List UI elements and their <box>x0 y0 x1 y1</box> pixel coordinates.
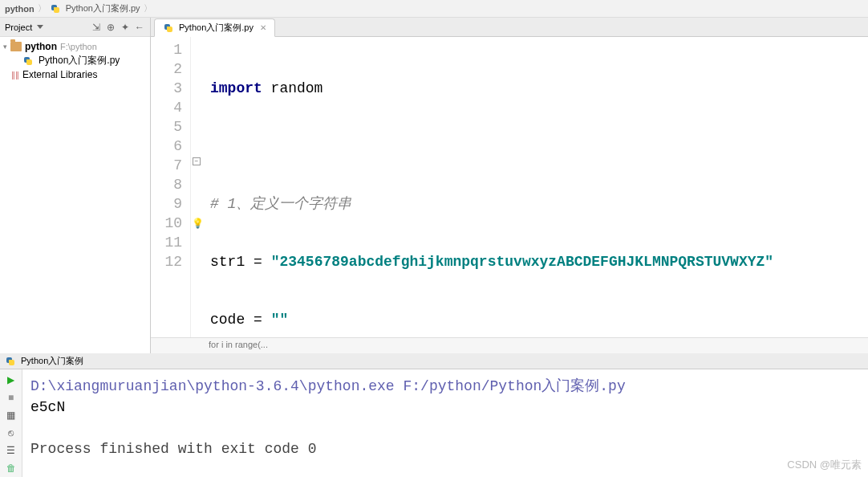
run-tab-header[interactable]: Python入门案例 <box>0 353 868 369</box>
project-sidebar: Project ⇲ ⊕ ✦ ← ▾ python F:\python Pytho… <box>0 18 151 353</box>
collapse-icon[interactable]: ⇲ <box>91 22 102 33</box>
editor-tab[interactable]: Python入门案例.py ✕ <box>154 18 275 37</box>
tree-file[interactable]: Python入门案例.py <box>0 53 150 68</box>
string-literal: "" <box>271 312 289 328</box>
breadcrumb: python 〉 Python入门案例.py 〉 <box>0 0 868 18</box>
print-icon[interactable]: ☰ <box>5 445 18 458</box>
code-content[interactable]: import random # 1、定义一个字符串 str1 = "234567… <box>204 37 868 337</box>
annotation-gutter: − 💡 <box>191 37 204 337</box>
editor: Python入门案例.py ✕ 1 2 3 4 5 6 7 8 9 10 11 … <box>151 18 868 353</box>
code-text: str1 = <box>210 254 271 270</box>
fold-icon[interactable]: − <box>193 157 201 165</box>
sidebar-header: Project ⇲ ⊕ ✦ ← <box>0 18 150 37</box>
python-icon <box>163 22 174 34</box>
project-tree: ▾ python F:\python Python入门案例.py ‖‖ Exte… <box>0 37 150 84</box>
line-number: 11 <box>151 233 182 252</box>
crumb-label: for i in range(... <box>209 340 268 349</box>
run-config-name: Python入门案例 <box>21 355 83 367</box>
locate-icon[interactable]: ⊕ <box>105 22 116 33</box>
console-exit: Process finished with exit code 0 <box>30 441 316 457</box>
tab-label: Python入门案例.py <box>179 22 254 34</box>
line-number: 1 <box>151 40 182 59</box>
breadcrumb-root[interactable]: python <box>5 4 34 14</box>
sidebar-title: Project <box>5 22 32 32</box>
stop-icon[interactable]: ■ <box>5 392 18 405</box>
layout-icon[interactable]: ▦ <box>5 410 18 422</box>
line-number: 12 <box>151 252 182 271</box>
tab-bar: Python入门案例.py ✕ <box>151 18 868 37</box>
code-area[interactable]: 1 2 3 4 5 6 7 8 9 10 11 12 − 💡 import ra… <box>151 37 868 337</box>
line-number: 5 <box>151 117 182 137</box>
line-number: 6 <box>151 137 182 156</box>
dropdown-icon[interactable] <box>37 25 43 29</box>
tree-file-label: Python入门案例.py <box>39 54 120 67</box>
keyword: import <box>210 80 262 96</box>
library-icon: ‖‖ <box>11 71 19 80</box>
project-path: F:\python <box>60 42 97 51</box>
breadcrumb-file[interactable]: Python入门案例.py <box>66 2 140 14</box>
watermark: CSDN @唯元素 <box>787 458 862 472</box>
close-icon[interactable]: ✕ <box>260 23 266 32</box>
identifier: random <box>262 80 323 96</box>
rerun-icon[interactable]: ▶ <box>5 374 18 387</box>
run-toolbar: ▶ ■ ▦ ⎋ ☰ 🗑 <box>0 355 22 477</box>
chevron-right-icon: 〉 <box>38 2 47 14</box>
line-number: 4 <box>151 98 182 117</box>
line-number: 2 <box>151 59 182 79</box>
line-number: 10 <box>151 214 182 233</box>
intention-bulb-icon[interactable]: 💡 <box>192 214 201 224</box>
console-stdout: e5cN <box>30 399 65 415</box>
python-icon <box>22 55 34 67</box>
chevron-right-icon: 〉 <box>144 2 152 14</box>
expand-icon[interactable]: ▾ <box>3 43 7 51</box>
line-number: 3 <box>151 79 182 98</box>
run-panel: ▶ ■ ▦ ⎋ ☰ 🗑 D:\xiangmuruanjian\python-3.… <box>0 353 868 477</box>
console-command: D:\xiangmuruanjian\python-3.6.4\python.e… <box>30 378 626 394</box>
tree-project-root[interactable]: ▾ python F:\python <box>0 40 150 53</box>
comment: # 1、定义一个字符串 <box>210 196 351 212</box>
line-number: 9 <box>151 194 182 214</box>
line-number: 8 <box>151 175 182 194</box>
python-icon <box>5 356 16 367</box>
trash-icon[interactable]: 🗑 <box>5 463 18 475</box>
project-name: python <box>25 41 57 52</box>
external-label: External Libraries <box>22 69 97 80</box>
python-icon <box>50 3 61 14</box>
gear-icon[interactable]: ✦ <box>120 22 131 33</box>
export-icon[interactable]: ⎋ <box>5 427 18 440</box>
code-text: code = <box>210 312 271 328</box>
string-literal: "23456789abcdefghijkmnpqrstuvwxyzABCDEFG… <box>271 254 774 270</box>
line-number: 7 <box>151 156 182 175</box>
hide-icon[interactable]: ← <box>134 22 145 33</box>
tree-external-libs[interactable]: ‖‖ External Libraries <box>0 68 150 81</box>
folder-icon <box>10 42 22 51</box>
line-gutter: 1 2 3 4 5 6 7 8 9 10 11 12 <box>151 37 191 337</box>
console-output[interactable]: D:\xiangmuruanjian\python-3.6.4\python.e… <box>22 355 868 477</box>
structure-breadcrumb[interactable]: for i in range(... <box>151 337 868 353</box>
